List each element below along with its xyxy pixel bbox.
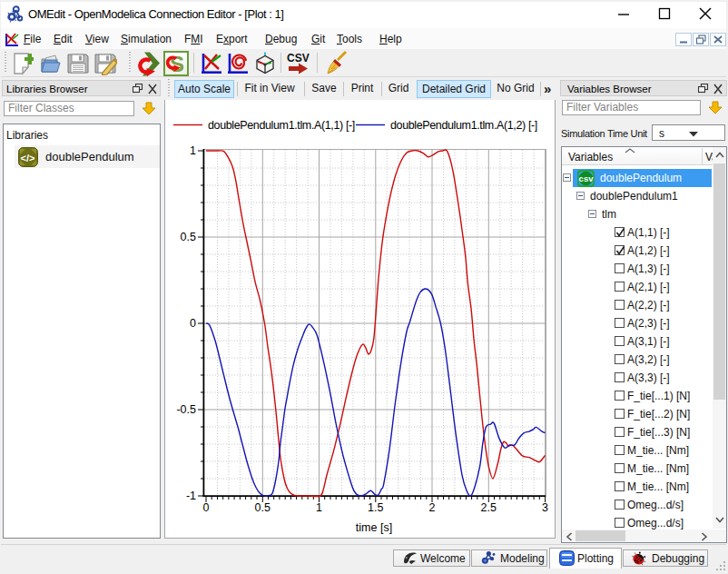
svg-text:1: 1 [190,144,196,157]
svg-text:0.5: 0.5 [181,231,196,243]
svg-text:csv: csv [579,173,595,183]
svg-text:2.5: 2.5 [481,501,497,514]
svg-text:0: 0 [190,317,196,330]
svg-text:-1: -1 [186,490,196,502]
svg-text:doublePendulum1.tlm.A(1,1) [-]: doublePendulum1.tlm.A(1,1) [-] [208,119,355,132]
svg-text:1.5: 1.5 [368,501,383,514]
svg-text:time [s]: time [s] [356,521,392,534]
svg-text:0.5: 0.5 [255,501,271,514]
svg-text:2: 2 [429,501,436,514]
svg-text:3: 3 [542,501,548,514]
svg-text:1: 1 [316,501,322,514]
svg-text:0: 0 [203,501,210,514]
svg-text:doublePendulum1.tlm.A(1,2) [-]: doublePendulum1.tlm.A(1,2) [-] [390,119,537,132]
svg-text:-0.5: -0.5 [176,403,196,416]
